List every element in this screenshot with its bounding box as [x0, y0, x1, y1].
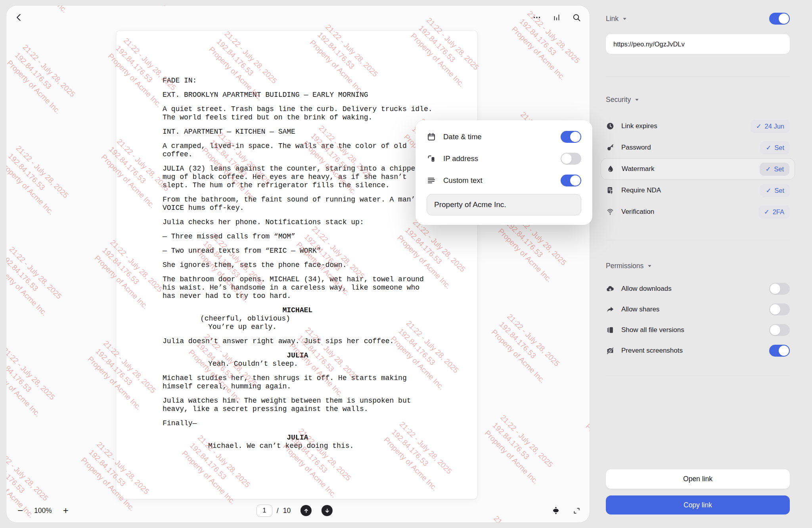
permission-row-label: Show all file versions	[621, 326, 684, 334]
page-navigation: / 10	[257, 503, 333, 518]
open-link-button[interactable]: Open link	[606, 469, 790, 489]
file-versions-toggle[interactable]	[769, 324, 790, 336]
permission-row-label: Allow downloads	[621, 285, 672, 293]
zoom-out-button[interactable]: −	[16, 506, 25, 515]
search-button[interactable]	[569, 10, 584, 25]
fullscreen-button[interactable]	[569, 503, 584, 518]
copy-link-button[interactable]: Copy link	[606, 495, 790, 515]
fingerprint-icon	[606, 207, 615, 216]
analytics-button[interactable]	[550, 10, 564, 25]
divider	[606, 76, 790, 77]
document-page: FADE IN: EXT. BROOKLYN APARTMENT BUILDIN…	[116, 31, 477, 499]
popover-row-date-time[interactable]: Date & time	[427, 127, 581, 146]
back-button[interactable]	[12, 10, 26, 25]
script-block: Julia watches him. The weight between th…	[163, 397, 433, 413]
dialogue-line: Michael. We can’t keep doing this.	[208, 442, 433, 450]
script-block: A quiet street. Trash bags line the curb…	[163, 105, 433, 122]
watermark-text: 21:22 - July 28, 2025192.84.176.53Proper…	[6, 244, 65, 319]
script-block: Julia checks her phone. Notifications st…	[163, 218, 433, 227]
security-section-header[interactable]: Security	[606, 95, 790, 104]
bar-chart-icon	[552, 13, 561, 22]
dialogue-line: Yeah. Couldn’t sleep.	[208, 360, 433, 368]
allow-shares-toggle[interactable]	[769, 303, 790, 315]
dialogue-line: You’re up early.	[208, 323, 433, 331]
popover-row-custom-text[interactable]: Custom text	[427, 171, 581, 190]
divider	[606, 240, 790, 240]
next-page-button[interactable]	[322, 505, 333, 516]
page-separator: /	[277, 507, 279, 515]
ip-address-toggle[interactable]	[561, 153, 581, 165]
security-row-password[interactable]: Password ✓Set	[606, 137, 790, 158]
status-badge: ✓Set	[760, 163, 789, 176]
watermark-text: 21:22 - July 28, 2025192.84.176.53Proper…	[6, 143, 72, 217]
chevron-left-icon	[14, 12, 24, 23]
security-row-require-nda[interactable]: Require NDA ✓Set	[606, 180, 790, 201]
character-cue: JULIA	[163, 434, 433, 442]
versions-icon	[606, 326, 615, 334]
clock-icon	[606, 122, 615, 131]
script-block: A cramped, lived-in space. The walls are…	[163, 142, 433, 159]
custom-text-toggle[interactable]	[561, 175, 581, 186]
security-row-watermark[interactable]: Watermark ✓Set	[601, 158, 795, 180]
zoom-in-button[interactable]: +	[61, 506, 70, 515]
character-cue: MICHAEL	[163, 306, 433, 315]
script-block: — Three missed calls from “MOM”	[163, 232, 433, 241]
script-block: JULIA (32) leans against the counter, st…	[163, 165, 433, 190]
share-arrow-icon	[606, 305, 615, 314]
watermark-text: 21:22 - July 28, 2025192.84.176.53Proper…	[488, 311, 563, 386]
calendar-icon	[427, 132, 436, 142]
popover-row-label: IP address	[443, 154, 478, 163]
more-options-button[interactable]	[530, 10, 544, 25]
watermark-text: 21:22 - July 28, 2025192.84.176.53Proper…	[482, 412, 556, 487]
watermark-text: 21:22 - July 28, 2025192.84.176.53Proper…	[374, 520, 449, 522]
link-enabled-toggle[interactable]	[769, 13, 790, 25]
watermark-text: 21:22 - July 28, 2025192.84.176.53Proper…	[583, 405, 590, 480]
status-badge: ✓24 Jun	[751, 120, 790, 133]
custom-watermark-text-input[interactable]	[427, 194, 581, 215]
page-number-input[interactable]	[257, 505, 272, 517]
cloud-download-icon	[606, 284, 615, 294]
popover-row-label: Date & time	[443, 132, 482, 141]
expand-icon	[573, 507, 581, 515]
link-section-header[interactable]: Link	[606, 15, 627, 23]
chevron-down-icon	[622, 17, 627, 21]
date-time-toggle[interactable]	[561, 131, 581, 143]
check-glyph: ✓	[766, 144, 771, 152]
permissions-section-header[interactable]: Permissions	[606, 261, 790, 271]
watermark-settings-popover: Date & time IP address Custom text	[416, 120, 592, 225]
script-block: From the bathroom, the faint sound of ru…	[163, 196, 433, 212]
droplet-icon	[606, 165, 615, 173]
script-block: INT. APARTMENT — KITCHEN — SAME	[163, 128, 433, 136]
chevron-down-icon	[647, 264, 652, 268]
permission-row-file-versions[interactable]: Show all file versions	[606, 320, 790, 340]
status-badge: ✓Set	[760, 141, 790, 154]
permission-row-allow-shares[interactable]: Allow shares	[606, 299, 790, 320]
security-row-label: Verification	[621, 208, 654, 216]
allow-downloads-toggle[interactable]	[769, 283, 790, 295]
security-row-link-expires[interactable]: Link expires ✓24 Jun	[606, 115, 790, 137]
divider	[606, 375, 790, 376]
permission-row-allow-downloads[interactable]: Allow downloads	[606, 278, 790, 299]
scroll-mode-button[interactable]	[549, 503, 563, 518]
script-block: Julia doesn’t answer right away. Just si…	[163, 337, 433, 346]
document-viewer: FADE IN: EXT. BROOKLYN APARTMENT BUILDIN…	[6, 6, 590, 522]
prevent-screenshots-toggle[interactable]	[769, 345, 790, 357]
security-row-verification[interactable]: Verification ✓2FA	[606, 201, 790, 223]
watermark-text: 21:22 - July 28, 2025192.84.176.53Proper…	[6, 42, 79, 116]
file-badge-icon	[606, 186, 615, 195]
popover-row-ip-address[interactable]: IP address	[427, 149, 581, 168]
text-lines-icon	[427, 176, 436, 185]
previous-page-button[interactable]	[301, 505, 312, 516]
permission-row-prevent-screenshots[interactable]: Prevent screenshots	[606, 340, 790, 361]
security-row-label: Password	[621, 144, 651, 152]
permissions-section-title: Permissions	[606, 262, 643, 270]
permission-row-label: Prevent screenshots	[621, 347, 683, 355]
watermark-text: 21:22 - July 28, 2025192.84.176.53Proper…	[112, 6, 186, 9]
security-row-label: Link expires	[621, 122, 657, 130]
status-badge: ✓2FA	[758, 205, 790, 219]
script-block: EXT. BROOKLYN APARTMENT BUILDING — EARLY…	[163, 91, 433, 99]
share-url-input[interactable]	[606, 34, 790, 54]
watermark-text: 21:22 - July 28, 2025192.84.176.53Proper…	[6, 345, 58, 419]
no-screenshot-icon	[606, 346, 615, 355]
key-icon	[606, 143, 615, 152]
